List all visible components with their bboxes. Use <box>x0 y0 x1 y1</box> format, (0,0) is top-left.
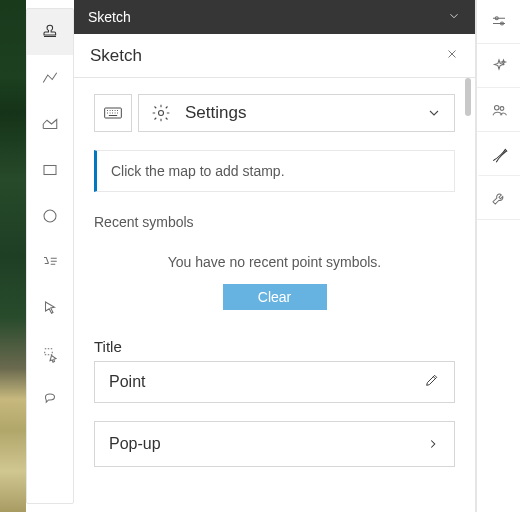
panel-subheader: Sketch <box>74 34 475 78</box>
group-tool[interactable] <box>477 88 520 132</box>
wrench-icon <box>490 189 508 207</box>
panel-header-dark: Sketch <box>74 0 475 34</box>
title-label: Title <box>94 338 455 355</box>
sparkle-icon <box>490 57 508 75</box>
close-icon <box>445 47 459 61</box>
lasso-tool[interactable] <box>27 331 73 377</box>
sketch-panel: Sketch Sketch Settings <box>74 0 476 512</box>
settings-dropdown[interactable]: Settings <box>138 94 455 132</box>
configure-tool[interactable] <box>477 0 520 44</box>
chevron-down-icon <box>426 105 442 121</box>
rectangle-icon <box>41 161 59 179</box>
wrench-tool[interactable] <box>477 176 520 220</box>
left-toolbar <box>26 8 74 504</box>
gear-icon <box>151 103 171 123</box>
map-preview-strip <box>0 0 26 512</box>
scrollbar-thumb[interactable] <box>465 78 471 116</box>
edit-title-button[interactable] <box>424 372 440 392</box>
panel-subtitle: Sketch <box>90 46 142 66</box>
circle-tool[interactable] <box>27 193 73 239</box>
right-toolbar <box>476 0 520 512</box>
pen-icon <box>491 145 509 163</box>
circle-icon <box>41 207 59 225</box>
svg-point-24 <box>500 106 504 110</box>
svg-rect-1 <box>44 166 56 175</box>
chevron-down-icon <box>447 9 461 23</box>
lasso-icon <box>41 345 59 363</box>
panel-title: Sketch <box>88 9 131 25</box>
settings-label: Settings <box>185 103 412 123</box>
panel-content: Settings Click the map to add stamp. Rec… <box>74 78 475 512</box>
title-input[interactable]: Point <box>94 361 455 403</box>
svg-point-17 <box>159 111 164 116</box>
text-tool[interactable] <box>27 239 73 285</box>
popup-label: Pop-up <box>109 435 161 453</box>
cursor-icon <box>41 299 59 317</box>
annotation-tool[interactable] <box>27 377 73 423</box>
chevron-right-icon <box>426 437 440 451</box>
recent-symbols-label: Recent symbols <box>94 214 455 230</box>
close-button[interactable] <box>445 46 459 66</box>
svg-point-23 <box>494 105 499 110</box>
title-value: Point <box>109 373 145 391</box>
sketch-tool-right[interactable] <box>477 132 520 176</box>
sliders-icon <box>490 13 508 31</box>
keyboard-icon <box>102 103 124 123</box>
clear-button[interactable]: Clear <box>223 284 327 310</box>
hint-text: Click the map to add stamp. <box>111 163 285 179</box>
hint-banner: Click the map to add stamp. <box>94 150 455 192</box>
effects-tool[interactable] <box>477 44 520 88</box>
line-tool[interactable] <box>27 55 73 101</box>
collapse-button[interactable] <box>447 9 461 26</box>
group-icon <box>490 101 508 119</box>
area-icon <box>41 115 59 133</box>
recent-symbols-empty: You have no recent point symbols. <box>94 240 455 284</box>
svg-point-2 <box>44 210 56 222</box>
line-icon <box>41 69 59 87</box>
keyboard-shortcuts-button[interactable] <box>94 94 132 132</box>
stamp-tool[interactable] <box>27 9 73 55</box>
text-icon <box>41 253 59 271</box>
rectangle-tool[interactable] <box>27 147 73 193</box>
select-tool[interactable] <box>27 285 73 331</box>
callout-icon <box>41 391 59 409</box>
pencil-icon <box>424 372 440 388</box>
stamp-icon <box>41 23 59 41</box>
popup-row[interactable]: Pop-up <box>94 421 455 467</box>
area-tool[interactable] <box>27 101 73 147</box>
